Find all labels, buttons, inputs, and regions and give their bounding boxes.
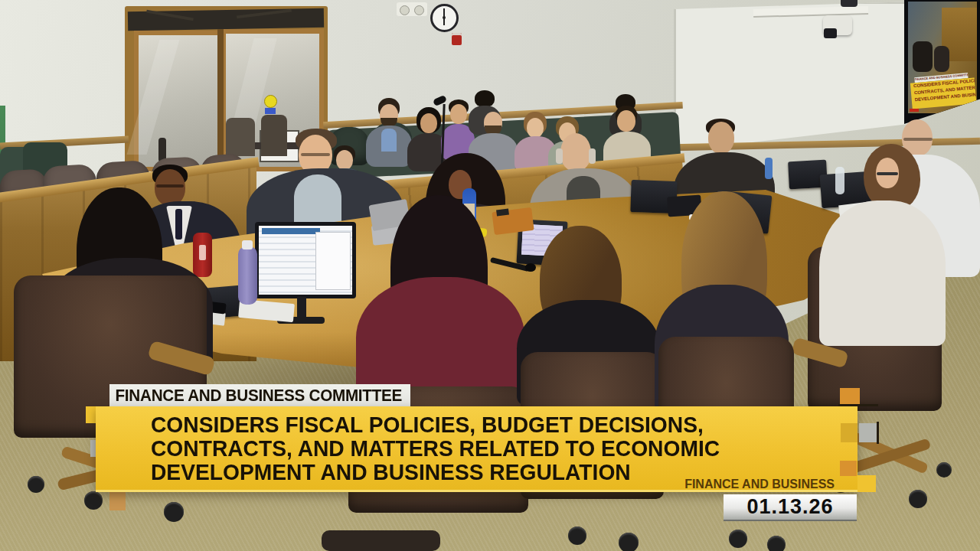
- face: [560, 133, 591, 171]
- video-frame: FINANCE AND BUSINESS COMMITTEE CONSIDERS…: [0, 0, 980, 551]
- emergency-lamp: [400, 5, 410, 15]
- white-hair: [556, 148, 563, 164]
- caster-wheel: [619, 533, 639, 551]
- table-person-maroon-top: [348, 195, 528, 409]
- torso: [819, 201, 946, 346]
- caster-wheel: [84, 491, 103, 510]
- caster-wheel: [909, 490, 927, 508]
- desktop-monitor: [255, 222, 356, 298]
- chair-back: [658, 337, 794, 491]
- tv-scene-figure: [934, 46, 949, 72]
- door-sticker-yellow: [264, 95, 277, 108]
- tv-red-logo: [910, 109, 919, 112]
- glasses-icon: [301, 153, 330, 156]
- water-bottle-purple: [238, 246, 257, 305]
- office-chair: [658, 337, 804, 551]
- caster-wheel: [936, 462, 952, 478]
- caster-wheel: [767, 536, 786, 551]
- monitor-screen: [259, 226, 352, 295]
- window-panel: [315, 232, 351, 290]
- glasses-icon: [903, 138, 933, 141]
- face: [708, 122, 734, 154]
- ptz-camera-lens: [824, 28, 837, 38]
- door-astragal: [217, 29, 224, 164]
- caster-wheel: [28, 476, 44, 493]
- office-chair: [521, 352, 674, 551]
- ceiling-camera-mount: [841, 0, 858, 7]
- face: [617, 110, 635, 132]
- wall-clock-icon: [430, 4, 459, 32]
- glasses-icon: [877, 172, 898, 175]
- chair-back: [521, 352, 664, 499]
- office-chair: [14, 276, 217, 536]
- door-sticker-blue: [265, 108, 276, 114]
- fire-alarm: [452, 33, 462, 45]
- bottle-cap: [242, 240, 253, 249]
- caster-wheel: [729, 530, 747, 548]
- white-hair: [589, 148, 596, 164]
- chair-seat-edge: [322, 530, 440, 551]
- caster-wheel: [164, 502, 184, 522]
- tv-scene-figure: [913, 41, 933, 72]
- water-bottle-small-blue: [765, 158, 773, 179]
- window-titlebar: [262, 228, 320, 234]
- clock-center: [443, 16, 446, 19]
- emergency-light: [397, 2, 427, 16]
- table-person-curly-white-top: [812, 144, 946, 347]
- face: [420, 113, 437, 133]
- face: [450, 104, 467, 124]
- office-chair: [348, 386, 528, 513]
- hair: [475, 90, 495, 107]
- caster-wheel: [568, 527, 586, 545]
- emergency-lamp: [414, 5, 424, 15]
- caster-wheel: [832, 476, 849, 493]
- tv-screen: FINANCE AND BUSINESS COMMITTEE CONSIDERS…: [908, 2, 977, 113]
